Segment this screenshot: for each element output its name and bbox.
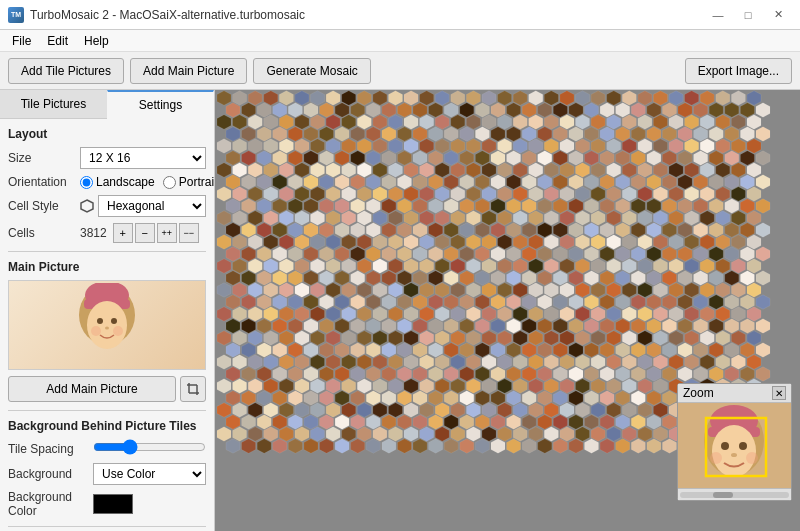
cells-row: Cells 3812 + − ++ −− [8,223,206,243]
background-row: Background Use Color [8,463,206,485]
generate-mosaic-button[interactable]: Generate Mosaic [253,58,370,84]
menu-bar: File Edit Help [0,30,800,52]
cells-decrease-button[interactable]: − [135,223,155,243]
tab-settings[interactable]: Settings [107,90,214,119]
cells-increase-button[interactable]: + [113,223,133,243]
window-controls: — □ ✕ [704,4,792,26]
mosaic-area[interactable]: Zoom ✕ [215,90,800,531]
tile-spacing-row: Tile Spacing [8,439,206,458]
menu-help[interactable]: Help [76,32,117,50]
export-image-button[interactable]: Export Image... [685,58,792,84]
main-container: Tile Pictures Settings Layout Size 12 X … [0,90,800,531]
orientation-label: Orientation [8,175,80,189]
svg-marker-0 [81,200,93,212]
portrait-radio[interactable]: Portrait [163,175,214,189]
maximize-button[interactable]: □ [734,4,762,26]
cells-value: 3812 [80,226,107,240]
sidebar: Tile Pictures Settings Layout Size 12 X … [0,90,215,531]
main-picture-face [72,283,142,368]
window: TM TurboMosaic 2 - MacOSaiX-alternative.… [0,0,800,531]
add-picture-row: Add Main Picture [8,376,206,402]
main-picture-section-title: Main Picture [8,260,206,274]
svg-point-6 [111,318,117,324]
cell-style-row: Cell Style Hexagonal [8,195,206,217]
toolbar: Add Tile Pictures Add Main Picture Gener… [0,52,800,90]
svg-point-8 [91,326,101,336]
size-select[interactable]: 12 X 16 [80,147,206,169]
menu-file[interactable]: File [4,32,39,50]
svg-point-1074 [710,452,722,464]
svg-point-1070 [712,425,756,477]
tile-spacing-slider[interactable] [93,439,206,455]
orientation-row: Orientation Landscape Portrait [8,175,206,189]
svg-point-4 [87,301,127,349]
size-label: Size [8,151,80,165]
divider-2 [8,410,206,411]
svg-point-1072 [739,442,747,450]
landscape-radio[interactable]: Landscape [80,175,155,189]
layout-section-title: Layout [8,127,206,141]
background-section-title: Background Behind Picture Tiles [8,419,206,433]
size-row: Size 12 X 16 [8,147,206,169]
title-bar: TM TurboMosaic 2 - MacOSaiX-alternative.… [0,0,800,30]
crop-icon [186,382,200,396]
cells-label: Cells [8,226,80,240]
zoom-scrollbar-thumb[interactable] [713,492,733,498]
background-color-row: Background Color [8,490,206,518]
background-label: Background [8,467,93,481]
svg-point-7 [105,326,109,329]
tab-tile-pictures[interactable]: Tile Pictures [0,90,107,118]
zoom-preview-image [678,403,791,488]
svg-point-5 [97,318,103,324]
sidebar-tabs: Tile Pictures Settings [0,90,214,119]
minimize-button[interactable]: — [704,4,732,26]
cell-style-label: Cell Style [8,199,80,213]
background-color-label: Background Color [8,490,93,518]
cells-decrease-large-button[interactable]: −− [179,223,199,243]
hexagon-icon [80,199,94,213]
tile-spacing-label: Tile Spacing [8,442,93,456]
zoom-header: Zoom ✕ [678,384,791,403]
svg-point-1073 [731,453,737,457]
divider-3 [8,526,206,527]
zoom-preview [678,403,791,488]
add-main-picture-button[interactable]: Add Main Picture [130,58,247,84]
crop-button[interactable] [180,376,206,402]
svg-point-1071 [721,442,729,450]
svg-point-9 [113,326,123,336]
zoom-close-button[interactable]: ✕ [772,386,786,400]
cells-increase-large-button[interactable]: ++ [157,223,177,243]
cell-style-select[interactable]: Hexagonal [98,195,206,217]
add-tile-pictures-button[interactable]: Add Tile Pictures [8,58,124,84]
background-select[interactable]: Use Color [93,463,206,485]
divider-1 [8,251,206,252]
zoom-title: Zoom [683,386,714,400]
zoom-panel: Zoom ✕ [677,383,792,501]
app-icon: TM [8,7,24,23]
sidebar-content: Layout Size 12 X 16 Orientation Land [0,119,214,531]
main-picture-preview [8,280,206,370]
window-title: TurboMosaic 2 - MacOSaiX-alternative.tur… [30,8,305,22]
background-color-swatch[interactable] [93,494,133,514]
close-button[interactable]: ✕ [764,4,792,26]
menu-edit[interactable]: Edit [39,32,76,50]
add-main-picture-button[interactable]: Add Main Picture [8,376,176,402]
svg-point-1075 [746,452,758,464]
zoom-scrollbar [678,488,791,500]
